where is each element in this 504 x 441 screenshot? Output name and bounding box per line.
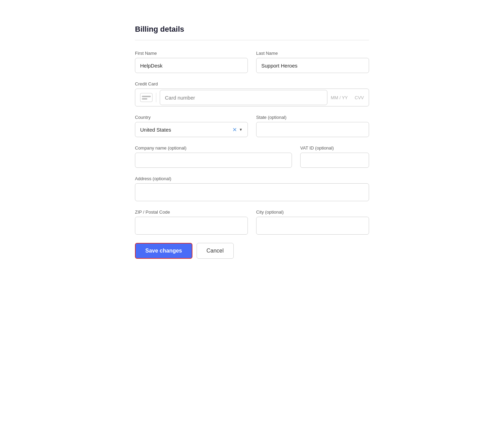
chevron-down-icon[interactable]: ▼ — [239, 127, 243, 132]
first-name-group: First Name — [135, 51, 248, 73]
state-input[interactable] — [256, 122, 369, 137]
name-row: First Name Last Name — [135, 51, 369, 73]
first-name-label: First Name — [135, 51, 248, 56]
state-label: State (optional) — [256, 115, 369, 120]
address-row: Address (optional) — [135, 176, 369, 201]
credit-card-field[interactable]: MM / YY CVV — [135, 89, 369, 106]
country-select[interactable]: United States ✕ ▼ — [135, 122, 248, 137]
card-meta: MM / YY CVV — [331, 95, 364, 100]
buttons-row: Save changes Cancel — [135, 243, 369, 259]
address-label: Address (optional) — [135, 176, 369, 181]
state-group: State (optional) — [256, 115, 369, 137]
billing-details-form: Billing details First Name Last Name Cre… — [121, 14, 383, 273]
city-input[interactable] — [256, 217, 369, 235]
country-label: Country — [135, 115, 248, 120]
zip-group: ZIP / Postal Code — [135, 209, 248, 235]
first-name-input[interactable] — [135, 58, 248, 73]
card-divider — [156, 93, 156, 102]
company-vat-row: Company name (optional) VAT ID (optional… — [135, 145, 369, 168]
address-input[interactable] — [135, 183, 369, 201]
zip-input[interactable] — [135, 217, 248, 235]
save-changes-button[interactable]: Save changes — [135, 243, 192, 259]
city-group: City (optional) — [256, 209, 369, 235]
vat-label: VAT ID (optional) — [300, 145, 369, 151]
last-name-group: Last Name — [256, 51, 369, 73]
city-label: City (optional) — [256, 209, 369, 215]
address-group: Address (optional) — [135, 176, 369, 201]
country-value: United States — [140, 127, 232, 133]
company-input[interactable] — [135, 153, 292, 168]
card-cvv: CVV — [355, 95, 364, 100]
country-group: Country United States ✕ ▼ — [135, 115, 248, 137]
credit-card-label: Credit Card — [135, 81, 369, 86]
credit-card-row: Credit Card MM / YY CVV — [135, 81, 369, 106]
last-name-input[interactable] — [256, 58, 369, 73]
zip-label: ZIP / Postal Code — [135, 209, 248, 215]
company-label: Company name (optional) — [135, 145, 292, 151]
page-title: Billing details — [135, 25, 369, 34]
vat-group: VAT ID (optional) — [300, 145, 369, 168]
last-name-label: Last Name — [256, 51, 369, 56]
divider — [135, 40, 369, 40]
country-state-row: Country United States ✕ ▼ State (optiona… — [135, 115, 369, 137]
cancel-button[interactable]: Cancel — [197, 243, 234, 259]
company-group: Company name (optional) — [135, 145, 292, 168]
card-number-input[interactable] — [160, 90, 327, 105]
country-clear-icon[interactable]: ✕ — [232, 126, 237, 133]
vat-input[interactable] — [300, 153, 369, 168]
credit-card-icon — [140, 93, 153, 102]
card-mm-yy: MM / YY — [331, 95, 348, 100]
zip-city-row: ZIP / Postal Code City (optional) — [135, 209, 369, 235]
credit-card-group: Credit Card MM / YY CVV — [135, 81, 369, 106]
